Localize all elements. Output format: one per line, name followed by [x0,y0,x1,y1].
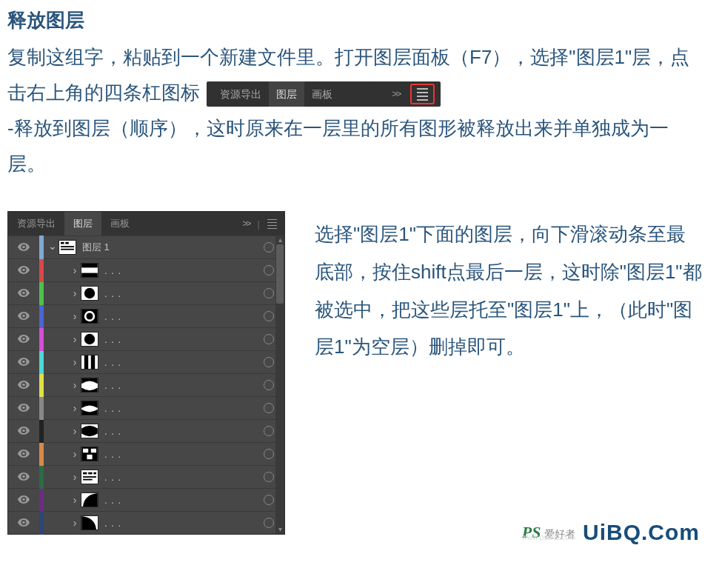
target-icon[interactable] [264,495,274,505]
layer-name[interactable] [104,311,258,322]
target-icon[interactable] [264,265,274,275]
svg-point-26 [22,407,25,410]
disclosure-triangle-icon[interactable] [69,379,81,391]
target-icon[interactable] [264,472,274,482]
svg-rect-23 [91,355,95,369]
highlighted-menu-button[interactable] [410,84,435,104]
layer-row[interactable] [8,327,284,350]
layer-color-bar [39,305,44,328]
layer-name[interactable] [104,449,258,460]
svg-point-12 [84,288,95,298]
layer-name[interactable] [104,265,258,276]
layer-name[interactable] [104,472,258,483]
target-icon[interactable] [264,380,274,390]
visibility-toggle[interactable] [8,426,39,437]
target-icon[interactable] [264,311,274,321]
tab-artboards[interactable]: 画板 [101,212,138,235]
layer-name[interactable]: 图层 1 [82,241,258,254]
visibility-toggle[interactable] [8,380,39,391]
layer-row[interactable] [8,465,284,488]
layer-name[interactable] [104,334,258,345]
target-icon[interactable] [264,403,274,413]
layer-row[interactable] [8,373,284,396]
eye-icon [18,518,30,527]
inline-tab-layers[interactable]: 图层 [269,81,304,107]
target-icon[interactable] [264,426,274,436]
target-icon[interactable] [264,242,274,253]
layer-name[interactable] [104,495,258,506]
visibility-toggle[interactable] [8,242,39,253]
eye-icon [18,358,30,366]
visibility-toggle[interactable] [8,472,39,483]
svg-point-24 [22,384,25,387]
target-icon[interactable] [264,518,274,528]
tab-layers[interactable]: 图层 [64,212,101,235]
disclosure-triangle-icon[interactable] [69,264,81,276]
visibility-toggle[interactable] [8,449,39,460]
layer-name[interactable] [104,403,258,414]
svg-rect-7 [81,264,98,267]
disclosure-triangle-icon[interactable] [47,241,58,253]
svg-point-44 [22,521,25,524]
layer-row[interactable] [8,396,284,419]
visibility-toggle[interactable] [8,311,39,322]
layer-row[interactable] [8,511,284,534]
eye-icon [18,427,30,435]
disclosure-triangle-icon[interactable] [69,287,81,299]
visibility-toggle[interactable] [8,518,39,529]
panel-menu-icon[interactable] [267,219,277,230]
disclosure-triangle-icon[interactable] [69,494,81,506]
layer-thumbnail [58,240,76,255]
eye-icon [18,266,30,274]
layer-row[interactable] [8,258,284,281]
double-chevron-icon[interactable]: >> [384,85,407,103]
target-icon[interactable] [264,334,274,344]
watermark-url: www.psahz.com [522,533,575,541]
target-icon[interactable] [264,357,274,367]
layer-name[interactable] [104,518,258,529]
scrollbar-thumb[interactable] [276,244,284,304]
layer-row[interactable] [8,281,284,304]
inline-tab-artboards[interactable]: 画板 [304,81,340,107]
disclosure-triangle-icon[interactable] [69,471,81,483]
double-chevron-icon[interactable]: >> [243,218,250,229]
layer-color-bar [39,328,44,351]
layer-row[interactable] [8,350,284,373]
section-heading: 释放图层 [7,7,704,33]
visibility-toggle[interactable] [8,334,39,345]
target-icon[interactable] [264,449,274,459]
layer-row[interactable] [8,442,284,465]
eye-icon [18,495,30,504]
visibility-toggle[interactable] [8,403,39,414]
layer-row-root[interactable]: 图层 1 [8,235,284,258]
scrollbar[interactable]: ▴ ▾ [275,235,284,534]
visibility-toggle[interactable] [8,357,39,368]
layers-panel: 资源导出 图层 画板 >> | ▴ ▾ 图层 1 [7,211,285,535]
layer-name[interactable] [104,426,258,437]
visibility-toggle[interactable] [8,495,39,506]
inline-tab-asset-export[interactable]: 资源导出 [213,81,269,107]
scroll-up-arrow-icon[interactable]: ▴ [275,235,284,244]
disclosure-triangle-icon[interactable] [69,517,81,529]
layer-row[interactable] [8,304,284,327]
disclosure-triangle-icon[interactable] [69,333,81,345]
layer-name[interactable] [104,288,258,299]
disclosure-triangle-icon[interactable] [69,356,81,368]
svg-point-28 [22,430,25,432]
disclosure-triangle-icon[interactable] [69,310,81,322]
visibility-toggle[interactable] [8,288,39,299]
svg-point-0 [22,246,25,249]
target-icon[interactable] [264,288,274,298]
disclosure-triangle-icon[interactable] [69,448,81,460]
layer-name[interactable] [104,380,258,391]
scroll-down-arrow-icon[interactable]: ▾ [275,525,284,534]
layer-row[interactable] [8,419,284,442]
svg-rect-39 [93,472,96,475]
tab-asset-export[interactable]: 资源导出 [8,212,64,235]
disclosure-triangle-icon[interactable] [69,425,81,437]
layer-name[interactable] [104,357,258,368]
disclosure-triangle-icon[interactable] [69,402,81,414]
layer-row[interactable] [8,488,284,511]
inline-panel-strip: 资源导出 图层 画板 >> [207,81,441,107]
visibility-toggle[interactable] [8,265,39,276]
